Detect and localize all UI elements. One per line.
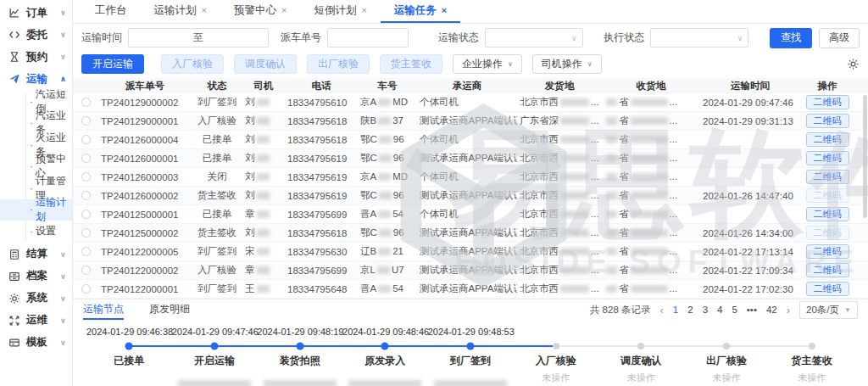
detail-tab[interactable]: 运输节点 [83, 299, 124, 320]
qr-code-button[interactable]: 二维码 [806, 114, 849, 128]
table-row[interactable]: TP240125000002货主签收刘18334795618鄂C96测试承运商A… [73, 224, 868, 243]
timeline-connector [257, 345, 299, 347]
transport-status-select[interactable]: ∨ [485, 28, 583, 48]
sidebar-item[interactable]: 运维∨ [0, 310, 72, 332]
status-text: 已接单 [203, 209, 232, 219]
qr-code-button[interactable]: 二维码 [806, 263, 849, 277]
table-row[interactable]: TP240126000004已接单刘18334795618鄂C96个体司机北京市… [73, 131, 868, 149]
table-cell: 鄂C96 [358, 152, 417, 165]
timeline-connector [598, 345, 641, 347]
tab-label: 工作台 [95, 3, 127, 18]
table-cell [73, 172, 98, 182]
close-icon[interactable]: × [361, 6, 366, 15]
dropdown-button[interactable]: 企业操作∨ [453, 54, 522, 74]
timeline-date [769, 327, 854, 340]
prev-page-icon[interactable]: ‹ [659, 304, 663, 316]
secondary-action-button[interactable]: 调度确认 [234, 54, 297, 74]
close-icon[interactable]: × [202, 6, 207, 15]
page-number[interactable]: 42 [766, 305, 777, 315]
page-number[interactable]: 5 [732, 305, 737, 315]
dispatch-no: TP240122000005 [101, 247, 178, 257]
row-radio[interactable] [81, 191, 91, 200]
tab[interactable]: 工作台 [81, 0, 141, 23]
ellipsis-text: ... [670, 134, 678, 144]
row-radio[interactable] [81, 284, 91, 294]
secondary-action-button[interactable]: 入厂核验 [161, 54, 224, 74]
qr-code-button[interactable]: 二维码 [806, 282, 849, 296]
search-button[interactable]: 查找 [770, 28, 812, 48]
sidebar-item[interactable]: 模板∨ [0, 332, 72, 354]
table-cell [73, 116, 98, 126]
advanced-button[interactable]: 高级 [819, 28, 860, 48]
archive-icon [8, 271, 20, 283]
secondary-action-button[interactable]: 货主签收 [380, 54, 442, 74]
sidebar-item[interactable]: 系统∨ [0, 288, 72, 310]
timeline-dot-done [381, 343, 389, 350]
sidebar-item[interactable]: 档案∨ [0, 266, 72, 288]
settings-gear-icon[interactable] [847, 58, 860, 70]
row-radio[interactable] [81, 228, 91, 238]
exec-status-select[interactable]: ∨ [650, 28, 748, 48]
table-row[interactable]: TP240125000001已接单章18334795699晋A54个体司机北京市… [73, 205, 868, 224]
dropdown-button[interactable]: 司机操作∨ [532, 54, 602, 74]
sidebar-item[interactable]: 结算∨ [0, 243, 72, 266]
row-radio[interactable] [81, 172, 91, 182]
page-number[interactable]: 3 [703, 305, 708, 315]
destination-address: 省 [619, 246, 629, 256]
table-row[interactable]: TP240122000001到厂签到王18334795648晋A54测试承运商A… [73, 280, 868, 299]
tab[interactable]: 预警中心× [220, 0, 300, 23]
table-cell [73, 191, 98, 200]
table-cell: 晋A54 [358, 208, 417, 221]
qr-code-button[interactable]: 二维码 [806, 151, 849, 165]
page-number[interactable]: 1 [673, 305, 678, 315]
table-row[interactable]: TP240126000001已接单刘18334795619鄂C96测试承运商AP… [73, 149, 868, 168]
row-radio[interactable] [81, 116, 91, 126]
row-radio[interactable] [81, 210, 91, 219]
close-icon[interactable]: × [442, 6, 447, 15]
table-row[interactable]: TP240126000002货主签收刘18334795619鄂C96测试承运商A… [73, 187, 868, 205]
row-radio[interactable] [81, 154, 91, 163]
page-size-select[interactable]: 20条/页▼ [799, 301, 858, 319]
table-scrollbar[interactable] [863, 95, 867, 218]
page-number[interactable]: 2 [687, 305, 693, 315]
detail-tab[interactable]: 原发明细 [149, 299, 190, 320]
sidebar-item[interactable]: 订单∨ [0, 2, 72, 24]
row-radio[interactable] [81, 98, 91, 107]
next-page-icon[interactable]: › [787, 304, 790, 316]
secondary-action-button[interactable]: 出厂核验 [307, 54, 370, 74]
start-transport-button[interactable]: 开启运输 [81, 54, 144, 74]
sidebar-item[interactable]: 委托∨ [0, 24, 72, 46]
table-row[interactable]: TP240122000002入厂核验章18334795699京LU7测试承运商A… [73, 261, 868, 280]
carrier-name: 个体司机 [420, 209, 459, 219]
dispatch-no-input[interactable] [327, 28, 409, 48]
page-number[interactable]: 4 [717, 305, 722, 315]
table-row[interactable]: TP240129000001入厂核验刘18334795618陕B37测试承运商A… [73, 112, 868, 131]
table-row[interactable]: TP240129000002到厂签到刘18334795610京AMD个体司机北京… [73, 93, 868, 112]
qr-code-button[interactable]: 二维码 [806, 207, 849, 221]
page-ellipsis[interactable]: ••• [747, 305, 757, 315]
qr-code-button[interactable]: 二维码 [806, 170, 849, 184]
table-cell: 北京市西... [517, 227, 602, 239]
row-radio[interactable] [81, 135, 91, 144]
table-row[interactable]: TP240122000005到厂签到宋18334795630辽B21测试承运商A… [73, 243, 868, 261]
sidebar-subitem[interactable]: ·设置 [0, 221, 72, 243]
qr-code-button[interactable]: 二维码 [806, 95, 849, 109]
close-icon[interactable]: × [281, 6, 287, 15]
table-cell: 到厂签到 [192, 283, 242, 295]
row-radio[interactable] [81, 266, 91, 275]
tab[interactable]: 运输任务× [381, 0, 460, 23]
qr-code-button[interactable]: 二维码 [806, 244, 849, 259]
qr-code-button[interactable]: 二维码 [806, 132, 849, 147]
sidebar-subitem[interactable]: ·运输计划 [0, 199, 72, 221]
row-radio[interactable] [81, 247, 91, 256]
tab[interactable]: 短倒计划× [300, 0, 380, 23]
transport-time-range-input[interactable]: 至 [128, 28, 269, 48]
action-bar: 开启运输入厂核验调度确认出厂核验货主签收企业操作∨司机操作∨ [81, 53, 860, 75]
timeline-track [257, 340, 342, 352]
sidebar-item[interactable]: 预约∨ [0, 46, 72, 68]
table-row[interactable]: TP240126000003关闭刘18334795619京AMD个体司机北京市西… [73, 168, 868, 187]
table-cell: TP240126000002 [98, 191, 192, 201]
tab[interactable]: 运输计划× [141, 0, 220, 23]
table-cell: 已接单 [192, 208, 242, 221]
destination-address: 省 [619, 97, 629, 107]
